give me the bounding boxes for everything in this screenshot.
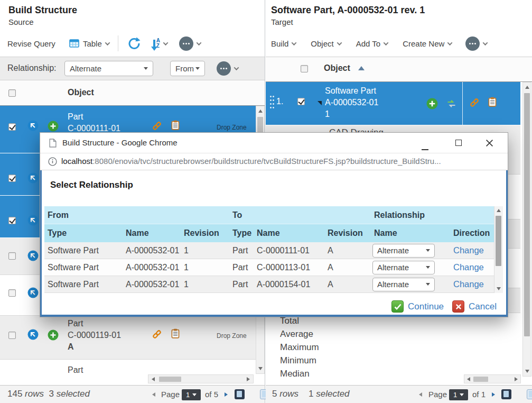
- target-horizontal-scrollbar[interactable]: [464, 374, 521, 383]
- drop-zone[interactable]: Drop Zone: [217, 332, 247, 340]
- caret-down-icon: [195, 67, 200, 70]
- scrollbar-thumb[interactable]: [524, 93, 530, 336]
- row-checkbox[interactable]: [8, 252, 16, 260]
- add-icon[interactable]: [426, 98, 438, 112]
- row-name[interactable]: C-0000119-01: [68, 329, 121, 341]
- navigate-icon[interactable]: [27, 287, 39, 300]
- row-checkbox[interactable]: [8, 175, 16, 182]
- navigate-icon[interactable]: [27, 329, 39, 342]
- source-horizontal-scrollbar[interactable]: [148, 374, 254, 383]
- object-column-header[interactable]: Object: [68, 88, 94, 97]
- prev-page-button[interactable]: [419, 392, 422, 397]
- scroll-down-icon[interactable]: [258, 367, 263, 370]
- row-checkbox[interactable]: [8, 332, 16, 339]
- cancel-button[interactable]: [452, 300, 464, 313]
- scroll-up-icon[interactable]: [525, 86, 529, 89]
- row-checkbox[interactable]: [8, 123, 16, 131]
- drag-handle[interactable]: [269, 95, 274, 111]
- select-all-checkbox[interactable]: [8, 89, 16, 97]
- popup-url-bar[interactable]: localhost:8080/enovia/tvc/structurebrows…: [40, 153, 508, 170]
- drop-zone[interactable]: Drop Zone: [217, 124, 247, 131]
- maximize-button[interactable]: [455, 140, 462, 146]
- refresh-button[interactable]: [127, 36, 142, 51]
- next-page-button[interactable]: [225, 392, 228, 397]
- source-panel-subtitle: Source: [8, 17, 34, 26]
- scrollbar-thumb[interactable]: [496, 216, 501, 266]
- link-icon[interactable]: [152, 121, 162, 133]
- sort-button[interactable]: A Z: [153, 38, 167, 49]
- close-button[interactable]: [486, 139, 493, 149]
- sort-ascending-icon[interactable]: [358, 66, 365, 70]
- relationship-select[interactable]: Alternate: [64, 61, 153, 76]
- page-select[interactable]: 1: [182, 389, 201, 400]
- refresh-icon: [127, 36, 142, 51]
- next-page-button[interactable]: [492, 392, 495, 397]
- scrollbar-thumb[interactable]: [473, 377, 488, 382]
- add-icon[interactable]: [48, 329, 59, 343]
- add-to-menu-button[interactable]: Add To: [356, 39, 388, 48]
- maximize-rows-button[interactable]: [235, 389, 245, 399]
- direction-select[interactable]: From: [170, 61, 205, 76]
- continue-button[interactable]: [391, 300, 404, 313]
- scroll-left-icon[interactable]: [467, 377, 470, 381]
- change-direction-link[interactable]: Change: [450, 262, 494, 272]
- relationship-select[interactable]: Alternate: [372, 244, 435, 258]
- scroll-down-icon[interactable]: [497, 287, 501, 290]
- scroll-right-icon[interactable]: [247, 377, 250, 381]
- row-checkbox[interactable]: [297, 98, 305, 105]
- target-vertical-scrollbar[interactable]: [522, 82, 531, 377]
- relationship-table: From To Relationship Type Name Revision …: [44, 206, 503, 293]
- dialog-table-scrollbar[interactable]: [494, 206, 503, 293]
- change-direction-link[interactable]: Change: [450, 245, 494, 255]
- row-checkbox[interactable]: [8, 289, 16, 297]
- continue-label[interactable]: Continue: [408, 301, 444, 312]
- page-select[interactable]: 1: [449, 389, 468, 400]
- to-type: Part: [229, 246, 254, 255]
- select-all-checkbox[interactable]: [301, 65, 308, 72]
- filter-more-menu-button[interactable]: [217, 61, 238, 76]
- clipboard-icon[interactable]: [171, 328, 180, 341]
- navigate-icon[interactable]: [27, 172, 39, 186]
- minimize-button[interactable]: [422, 143, 428, 152]
- scroll-down-icon[interactable]: [525, 370, 529, 373]
- navigate-icon[interactable]: [27, 120, 39, 133]
- prev-page-button[interactable]: [152, 392, 155, 397]
- scroll-up-icon[interactable]: [497, 209, 501, 212]
- link-icon[interactable]: [470, 98, 479, 109]
- navigate-icon[interactable]: [27, 215, 39, 228]
- row-checkbox[interactable]: [8, 217, 16, 224]
- change-direction-link[interactable]: Change: [450, 279, 494, 289]
- scroll-up-icon[interactable]: [258, 109, 263, 113]
- object-column-header[interactable]: Object: [324, 63, 350, 73]
- create-new-menu-button[interactable]: Create New: [403, 39, 452, 48]
- to-type: Part: [229, 263, 254, 272]
- table-row[interactable]: Part C-0000119-01 A Drop Zone: [0, 316, 265, 360]
- replace-icon[interactable]: [446, 99, 456, 110]
- table-view-button[interactable]: Table: [69, 39, 109, 48]
- scroll-left-icon[interactable]: [152, 377, 155, 381]
- app: Build Structure Source Revise Query Tabl…: [0, 0, 532, 403]
- source-more-menu-button[interactable]: [179, 36, 201, 51]
- navigate-icon[interactable]: [27, 250, 39, 263]
- relationship-select[interactable]: Alternate: [372, 278, 435, 291]
- collapse-icon[interactable]: [318, 101, 322, 105]
- maximize-rows-button[interactable]: [501, 389, 511, 399]
- relationship-row: Software Part A-0000532-01 1 Part C-0000…: [44, 259, 494, 276]
- row-name[interactable]: A-0000532-01: [325, 97, 378, 108]
- clipboard-icon[interactable]: [171, 120, 180, 132]
- cancel-label[interactable]: Cancel: [469, 301, 497, 312]
- relationship-select[interactable]: Alternate: [372, 261, 435, 274]
- info-icon[interactable]: [48, 157, 57, 168]
- link-icon[interactable]: [152, 329, 162, 341]
- build-menu-button[interactable]: Build: [271, 39, 296, 48]
- url-text[interactable]: localhost:8080/enovia/tvc/structurebrows…: [61, 157, 441, 166]
- popup-titlebar[interactable]: Build Structure - Google Chrome: [40, 133, 508, 153]
- object-menu-button[interactable]: Object: [311, 39, 341, 48]
- scroll-right-icon[interactable]: [515, 377, 518, 381]
- scrollbar-thumb[interactable]: [159, 377, 181, 382]
- target-more-menu-button[interactable]: [465, 36, 487, 51]
- table-row[interactable]: 1. Software Part A-0000532-01 1: [266, 82, 520, 125]
- clipboard-icon[interactable]: [488, 97, 497, 109]
- page-size-button[interactable]: [527, 389, 532, 399]
- revise-query-button[interactable]: Revise Query: [7, 39, 55, 48]
